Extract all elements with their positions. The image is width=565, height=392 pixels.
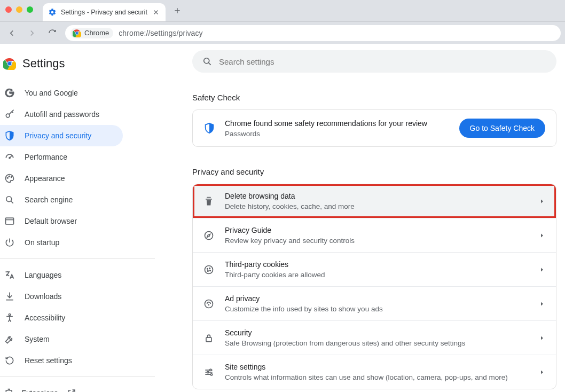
svg-point-16 bbox=[205, 265, 213, 273]
sidebar-item-label: Performance bbox=[25, 153, 67, 161]
sidebar-item-privacy[interactable]: Privacy and security bbox=[0, 125, 123, 146]
shield-icon bbox=[203, 122, 215, 134]
window-zoom-button[interactable] bbox=[27, 6, 33, 13]
open-in-new-icon bbox=[66, 388, 77, 392]
url-text: chrome://settings/privacy bbox=[119, 29, 202, 37]
chevron-right-icon bbox=[539, 335, 545, 341]
back-button[interactable] bbox=[4, 26, 19, 41]
window-controls bbox=[5, 6, 33, 13]
restore-icon bbox=[4, 355, 15, 366]
row-privacy-guide[interactable]: Privacy Guide Review key privacy and sec… bbox=[193, 218, 556, 252]
search-input[interactable] bbox=[219, 57, 547, 66]
row-third-party-cookies[interactable]: Third-party cookies Third-party cookies … bbox=[193, 252, 556, 286]
svg-point-23 bbox=[210, 369, 211, 371]
power-icon bbox=[4, 237, 15, 248]
sidebar-item-appearance[interactable]: Appearance bbox=[0, 168, 161, 189]
tab-title: Settings - Privacy and securit bbox=[61, 9, 147, 16]
row-title: Site settings bbox=[225, 363, 528, 371]
svg-point-13 bbox=[9, 314, 10, 316]
svg-point-8 bbox=[7, 177, 8, 178]
sidebar-item-system[interactable]: System bbox=[0, 328, 161, 350]
chrome-logo-icon bbox=[3, 57, 16, 70]
window-close-button[interactable] bbox=[5, 6, 12, 13]
row-sub: Customize the info used by sites to show… bbox=[225, 305, 528, 313]
row-title: Delete browsing data bbox=[225, 192, 528, 200]
sidebar-item-performance[interactable]: Performance bbox=[0, 146, 161, 168]
svg-point-15 bbox=[205, 231, 213, 239]
row-site-settings[interactable]: Site settings Controls what information … bbox=[193, 355, 556, 389]
divider bbox=[0, 258, 155, 259]
row-security[interactable]: Security Safe Browsing (protection from … bbox=[193, 320, 556, 355]
svg-rect-12 bbox=[6, 218, 14, 224]
svg-point-17 bbox=[207, 268, 208, 269]
sidebar-item-label: Languages bbox=[25, 271, 61, 279]
address-bar[interactable]: Chrome chrome://settings/privacy bbox=[65, 25, 561, 41]
browser-icon bbox=[4, 216, 15, 226]
sidebar-item-default-browser[interactable]: Default browser bbox=[0, 210, 161, 232]
sidebar-item-label: Default browser bbox=[25, 217, 77, 225]
compass-icon bbox=[203, 230, 214, 241]
trash-icon bbox=[203, 196, 214, 207]
section-safety-check-title: Safety Check bbox=[192, 93, 556, 102]
browser-toolbar: Chrome chrome://settings/privacy bbox=[0, 21, 565, 44]
sidebar-item-search-engine[interactable]: Search engine bbox=[0, 189, 161, 210]
sidebar-item-label: Autofill and passwords bbox=[25, 110, 99, 119]
divider bbox=[0, 377, 155, 377]
chevron-right-icon bbox=[539, 301, 545, 307]
chevron-right-icon bbox=[539, 266, 545, 273]
svg-point-20 bbox=[210, 270, 211, 271]
sidebar-item-label: Appearance bbox=[25, 174, 65, 183]
sidebar-item-label: Privacy and security bbox=[25, 131, 91, 140]
sidebar-item-label: System bbox=[25, 335, 50, 343]
row-sub: Delete history, cookies, cache, and more bbox=[225, 202, 528, 210]
sidebar-item-label: Reset settings bbox=[25, 356, 72, 365]
svg-point-24 bbox=[207, 371, 209, 373]
sidebar-item-accessibility[interactable]: Accessibility bbox=[0, 307, 161, 328]
sidebar-item-extensions[interactable]: Extensions bbox=[0, 382, 161, 392]
sidebar-item-label: On startup bbox=[25, 238, 59, 247]
sidebar-item-downloads[interactable]: Downloads bbox=[0, 286, 161, 307]
go-to-safety-check-button[interactable]: Go to Safety Check bbox=[459, 119, 545, 138]
sidebar-item-label: Downloads bbox=[25, 292, 61, 301]
gear-icon bbox=[48, 8, 57, 17]
search-settings[interactable] bbox=[192, 50, 556, 73]
google-g-icon bbox=[4, 88, 15, 98]
row-delete-browsing-data[interactable]: Delete browsing data Delete history, coo… bbox=[193, 184, 556, 218]
sidebar-item-you-and-google[interactable]: You and Google bbox=[0, 82, 161, 104]
forward-button[interactable] bbox=[25, 26, 40, 41]
safety-sub: Passwords bbox=[225, 130, 450, 138]
row-title: Third-party cookies bbox=[225, 260, 528, 269]
chevron-right-icon bbox=[539, 232, 545, 239]
chevron-right-icon bbox=[539, 369, 545, 375]
settings-sidebar: Settings You and Google Autofill and pas… bbox=[0, 44, 164, 392]
site-chip[interactable]: Chrome bbox=[70, 28, 113, 38]
sidebar-item-autofill[interactable]: Autofill and passwords bbox=[0, 104, 161, 125]
svg-point-2 bbox=[76, 32, 78, 34]
sidebar-item-on-startup[interactable]: On startup bbox=[0, 232, 161, 253]
tab-close-button[interactable] bbox=[152, 8, 160, 17]
row-sub: Third-party cookies are allowed bbox=[225, 271, 528, 279]
download-icon bbox=[4, 291, 15, 302]
sidebar-item-label: You and Google bbox=[25, 89, 78, 97]
safety-heading: Chrome found some safety recommendations… bbox=[225, 119, 450, 128]
sidebar-item-reset[interactable]: Reset settings bbox=[0, 350, 161, 371]
window-minimize-button[interactable] bbox=[16, 6, 22, 13]
row-ad-privacy[interactable]: Ad privacy Customize the info used by si… bbox=[193, 286, 556, 320]
svg-point-11 bbox=[6, 197, 12, 202]
browser-tab[interactable]: Settings - Privacy and securit bbox=[43, 3, 166, 21]
reload-button[interactable] bbox=[45, 26, 60, 41]
svg-point-5 bbox=[8, 62, 12, 66]
sidebar-item-languages[interactable]: Languages bbox=[0, 264, 161, 286]
svg-point-19 bbox=[208, 270, 209, 271]
translate-icon bbox=[4, 270, 15, 280]
palette-icon bbox=[4, 173, 15, 184]
speedometer-icon bbox=[4, 152, 15, 162]
ads-icon bbox=[203, 299, 214, 309]
sidebar-item-label: Extensions bbox=[21, 389, 58, 392]
row-title: Privacy Guide bbox=[225, 226, 528, 234]
svg-point-14 bbox=[204, 58, 209, 64]
safety-check-card: Chrome found some safety recommendations… bbox=[192, 109, 556, 147]
tune-icon bbox=[203, 367, 214, 378]
new-tab-button[interactable] bbox=[170, 3, 185, 18]
key-icon bbox=[4, 109, 15, 120]
